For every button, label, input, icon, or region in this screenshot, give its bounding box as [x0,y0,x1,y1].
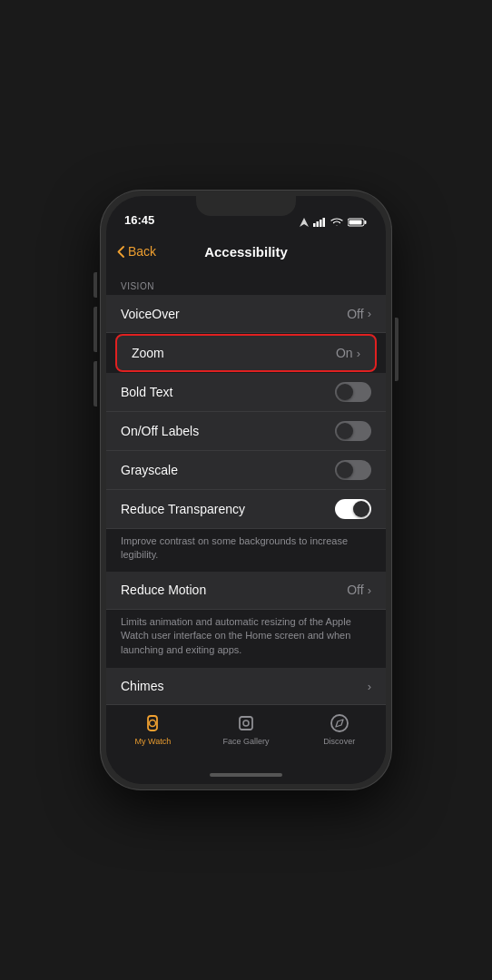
vision-settings-block: VoiceOver Off › [106,295,386,333]
status-time: 16:45 [124,213,154,227]
grayscale-toggle[interactable] [335,460,371,480]
reduce-motion-label: Reduce Motion [121,583,347,597]
reduce-transparency-toggle-thumb [353,501,369,517]
chimes-chevron: › [368,680,371,693]
reduce-motion-value: Off [347,583,363,597]
grayscale-toggle-thumb [337,462,353,478]
voiceover-chevron: › [368,307,371,320]
wifi-icon [330,218,343,227]
grayscale-label: Grayscale [121,463,335,477]
scroll-content: VISION VoiceOver Off › Zoom On › [106,270,386,704]
location-icon [300,218,309,227]
zoom-row[interactable]: Zoom On › [115,334,377,372]
back-button[interactable]: Back [117,244,156,259]
home-bar [210,773,282,777]
svg-point-11 [331,715,348,731]
chimes-label: Chimes [121,679,368,693]
reduce-motion-block: Reduce Motion Off › [106,572,386,610]
signal-icon [313,218,326,227]
voiceover-row[interactable]: VoiceOver Off › [106,295,386,333]
svg-rect-0 [313,223,316,227]
my-watch-tab-label: My Watch [134,737,171,746]
chimes-right: › [368,680,371,693]
page-title: Accessibility [204,244,288,260]
svg-rect-5 [365,220,367,224]
svg-rect-2 [320,220,322,227]
reduce-transparency-label: Reduce Transparency [121,502,335,516]
zoom-label: Zoom [132,346,336,360]
nav-header: Back Accessibility [106,232,386,270]
tab-bar: My Watch Face Gallery Di [106,704,386,766]
toggle-settings-block: Bold Text On/Off Labels Grayscale [106,373,386,529]
svg-rect-6 [349,220,362,225]
status-icons [300,218,368,227]
reduce-transparency-subtext: Improve contrast on some backgrounds to … [106,529,386,572]
svg-rect-1 [317,221,320,227]
face-gallery-tab-label: Face Gallery [222,737,269,746]
my-watch-icon [142,712,163,734]
tab-face-gallery[interactable]: Face Gallery [210,712,282,746]
chimes-block: Chimes › [106,668,386,704]
grayscale-row[interactable]: Grayscale [106,451,386,490]
face-gallery-icon [235,712,257,734]
onoff-labels-label: On/Off Labels [121,424,335,438]
reduce-motion-chevron: › [368,583,371,597]
home-indicator [106,766,386,784]
svg-rect-9 [240,717,252,730]
svg-point-8 [150,720,156,727]
bold-text-row[interactable]: Bold Text [106,373,386,412]
zoom-value: On [336,346,353,360]
svg-rect-3 [323,218,326,227]
tab-discover[interactable]: Discover [303,712,376,746]
discover-icon [329,712,350,734]
zoom-right: On › [336,346,360,360]
bold-text-toggle-thumb [337,384,353,400]
zoom-chevron: › [357,347,360,360]
chimes-row[interactable]: Chimes › [106,668,386,704]
svg-point-10 [243,720,249,726]
bold-text-label: Bold Text [121,385,335,399]
reduce-motion-subtext: Limits animation and automatic resizing … [106,610,386,668]
tab-my-watch[interactable]: My Watch [116,712,189,746]
voiceover-label: VoiceOver [121,307,347,321]
onoff-labels-toggle[interactable] [335,421,371,441]
reduce-motion-row[interactable]: Reduce Motion Off › [106,572,386,610]
onoff-labels-toggle-thumb [337,423,353,439]
section-header-vision: VISION [106,270,386,295]
bold-text-toggle[interactable] [335,382,371,402]
discover-tab-label: Discover [323,737,355,746]
voiceover-value: Off [347,307,363,321]
reduce-transparency-toggle[interactable] [335,499,371,519]
onoff-labels-row[interactable]: On/Off Labels [106,412,386,451]
battery-icon [348,218,368,227]
voiceover-right: Off › [347,307,371,321]
zoom-row-container: Zoom On › [106,334,386,372]
reduce-motion-right: Off › [347,583,371,597]
reduce-transparency-row[interactable]: Reduce Transparency [106,490,386,529]
